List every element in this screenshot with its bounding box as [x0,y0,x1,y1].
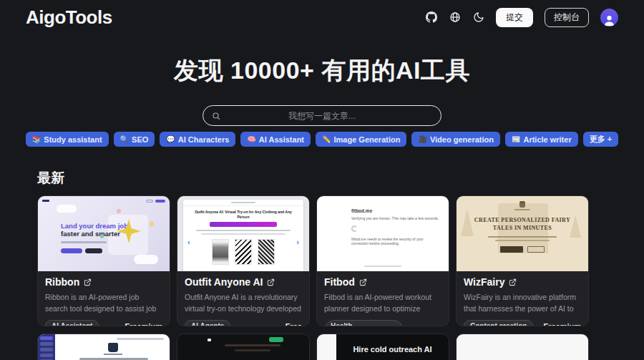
brain-icon: 🧠 [247,135,255,143]
search-icon [212,112,220,120]
dark-thumbnail [177,334,309,360]
category-chip[interactable]: Health management [324,320,404,326]
tool-description: Ribbon is an AI-powered job search tool … [45,292,162,315]
books-icon: 📚 [32,135,41,143]
tag-ai-assistant[interactable]: 🧠AI Assistant [240,132,311,147]
tool-card-partial-2[interactable] [177,334,310,360]
tool-card-wizfairy[interactable]: CREATE PERSONALIZED FAIRY TALES IN MINUT… [456,195,589,326]
carousel-prev-icon[interactable]: ‹ [187,238,190,246]
tool-card-outfit-anyone-ai[interactable]: Outfit Anyone AI: Virtual Try-on for Any… [177,195,310,326]
tag-article-writer[interactable]: 📰Article writer [505,132,578,147]
tool-title: Ribbon [45,276,79,288]
pricing-label: Freemium [125,322,162,327]
external-link-icon[interactable] [359,278,367,286]
github-icon[interactable] [425,11,437,24]
submit-button[interactable]: 提交 [496,8,533,27]
latest-section-title: 最新 [37,169,644,188]
cold-outreach-thumbnail: Hire cold outreach AI [317,334,449,360]
outfit-anyone-thumbnail: Outfit Anyone AI: Virtual Try-on for Any… [177,196,309,271]
category-chip[interactable]: AI Agents [185,320,230,326]
speech-bubble-icon: 💬 [166,135,175,143]
magnifier-icon: 🔍 [120,135,129,143]
tool-title: Outfit Anyone AI [185,276,263,288]
tag-video-generation[interactable]: 🎥Video generation [411,132,500,147]
loading-spinner-icon [351,225,358,232]
category-tag-row: 📚Study assistant 🔍SEO 💬AI Characters 🧠AI… [0,132,644,147]
movie-camera-icon: 🎥 [418,135,426,143]
language-globe-icon[interactable] [449,11,461,24]
external-link-icon[interactable] [509,278,517,286]
tool-card-partial-3[interactable]: Hire cold outreach AI [316,334,449,360]
tool-card-grid: Land your dream job faster and smarter R… [37,195,589,360]
tag-study-assistant[interactable]: 📚Study assistant [26,132,109,147]
external-link-icon[interactable] [267,278,275,286]
pricing-label: Freemium [404,326,441,326]
wizfairy-thumbnail: CREATE PERSONALIZED FAIRY TALES IN MINUT… [457,196,588,271]
dark-mode-moon-icon[interactable] [472,11,484,24]
tool-description: Outfit Anyone AI is a revolutionary virt… [185,292,302,315]
dashboard-thumbnail [38,334,170,360]
tool-card-ribbon[interactable]: Land your dream job faster and smarter R… [37,195,170,326]
user-avatar[interactable] [600,9,618,26]
tool-description: WizFairy is an innovative platform that … [464,292,581,315]
tool-description: Fitbod is an AI-powered workout planner … [324,292,441,315]
shield-logo-icon [108,343,118,352]
category-chip[interactable]: Content creation [464,320,533,326]
sparkle-star-icon [117,219,141,243]
carousel-next-icon[interactable]: › [296,238,299,246]
tool-title: WizFairy [464,276,504,288]
pricing-label: Free [286,322,302,327]
ribbon-thumbnail: Land your dream job faster and smarter [38,196,170,271]
top-navbar: AigoTools 提交 控制台 [0,0,644,34]
external-link-icon[interactable] [84,278,92,286]
tag-seo[interactable]: 🔍SEO [114,132,155,147]
tool-card-fitbod[interactable]: fitbod.me Verifying you are human. This … [316,195,449,326]
green-cta-button [269,337,283,342]
tool-card-partial-4[interactable] [456,334,589,360]
fitbod-thumbnail: fitbod.me Verifying you are human. This … [317,196,449,271]
blank-thumbnail [457,334,588,360]
category-chip[interactable]: AI Assistant [45,320,99,326]
pricing-label: Freemium [543,322,581,327]
tool-card-partial-1[interactable] [37,334,170,360]
header-actions: 提交 控制台 [425,8,618,27]
search-bar[interactable] [203,105,441,126]
tag-image-generation[interactable]: ✏️Image Generation [316,132,406,147]
search-input[interactable] [203,106,441,125]
tool-title: Fitbod [324,276,355,288]
site-logo[interactable]: AigoTools [26,6,112,29]
pencil-icon: ✏️ [322,135,331,143]
page-title: 发现 10000+ 有用的AI工具 [0,54,644,87]
tag-ai-characters[interactable]: 💬AI Characters [160,132,235,147]
tag-more[interactable]: 更多 + [583,132,618,147]
console-button[interactable]: 控制台 [545,8,589,27]
newspaper-icon: 📰 [512,135,520,143]
